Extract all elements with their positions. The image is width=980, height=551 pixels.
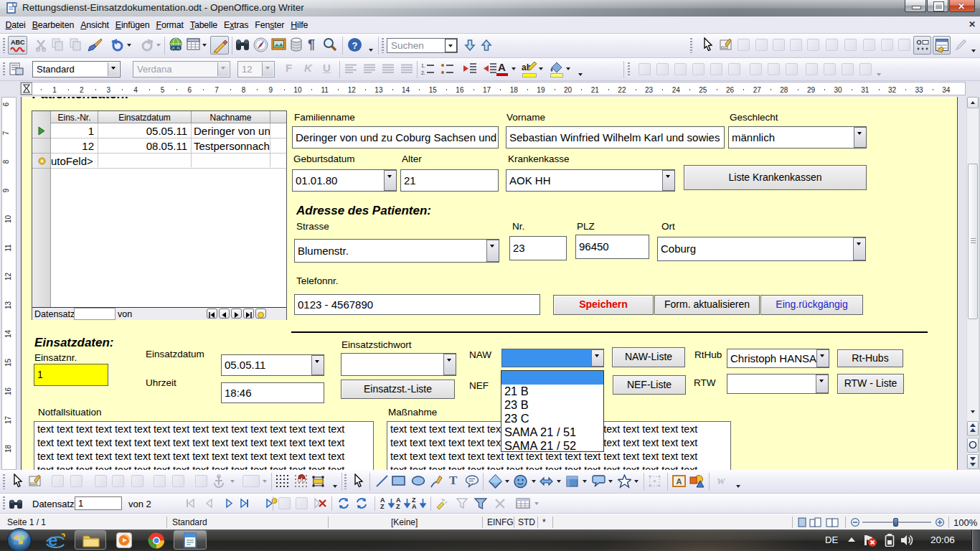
svg-text:2.: 2. (421, 70, 425, 75)
svg-text:?: ? (352, 40, 358, 51)
svg-text:W: W (717, 476, 726, 486)
svg-text:1.: 1. (421, 63, 425, 68)
svg-text:A: A (677, 477, 682, 486)
